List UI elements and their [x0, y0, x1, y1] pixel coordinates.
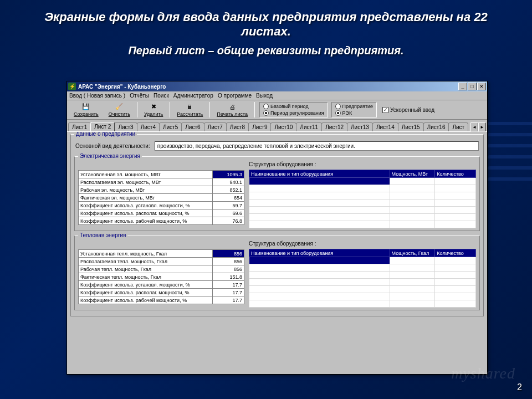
tab-sheet-8[interactable]: Лист8	[226, 122, 249, 131]
menu-search[interactable]: Поиск	[154, 93, 169, 99]
app-icon: ⚡	[68, 83, 76, 90]
param-label: Коэффициент использ. рабочей мощности, %	[79, 296, 213, 304]
save-icon: 💾	[81, 103, 90, 111]
param-label: Коэффициент использ. установл. мощности,…	[79, 281, 213, 289]
print-button[interactable]: 🖨Печать листа	[212, 103, 252, 117]
param-value[interactable]: 59.7	[213, 202, 244, 209]
tab-sheet-5[interactable]: Лист5	[159, 122, 182, 131]
param-row[interactable]: Коэффициент использ. рабочей мощности, %…	[79, 296, 244, 304]
delete-button[interactable]: ✖Удалить	[140, 103, 167, 117]
electric-equip-table[interactable]: Наименование и тип оборудованияМощность,…	[249, 170, 476, 228]
tab-scroll-right[interactable]: ►	[478, 122, 486, 131]
thermal-group: Тепловая энергия Установленная тепл. мощ…	[74, 236, 480, 310]
tab-sheet-4[interactable]: Лист4	[137, 122, 160, 131]
delete-label: Удалить	[144, 111, 163, 117]
slide-title: Экранные формы для ввода данных предприя…	[0, 0, 532, 42]
param-row[interactable]: Коэффициент использ. установл. мощности,…	[79, 281, 244, 289]
menu-admin[interactable]: Администратор	[173, 93, 213, 99]
param-row[interactable]: Рабочая тепл. мощность, Гкал856	[79, 265, 244, 273]
radio-rek[interactable]	[335, 110, 341, 116]
param-row[interactable]: Установленная эл. мощность, МВт1095.3	[79, 171, 244, 178]
window-title: АРАС "Энергия" - Кубаньэнерго	[78, 84, 458, 90]
equip-hdr-qty-t: Количество	[435, 249, 476, 257]
tab-sheet-13[interactable]: Лист13	[347, 122, 373, 131]
radio-reg-period[interactable]	[263, 110, 269, 116]
tab-sheet-7[interactable]: Лист7	[204, 122, 227, 131]
tab-scroll: ◄ ►	[470, 122, 486, 131]
struct-label-e: Структура оборудования :	[249, 160, 476, 170]
checkbox-fast-input[interactable]: ✓	[382, 107, 388, 113]
save-button[interactable]: 💾Сохранить	[69, 103, 103, 117]
param-label: Фактическая тепл. мощность, Гкал	[79, 273, 213, 281]
watermark: myshared	[451, 365, 515, 382]
clear-icon: 🧹	[115, 103, 124, 111]
param-value[interactable]: 856	[213, 265, 244, 273]
struct-label-t: Структура оборудования :	[249, 239, 476, 249]
param-row[interactable]: Рабочая эл. мощность, МВт852.1	[79, 186, 244, 194]
param-value[interactable]: 856	[213, 258, 244, 265]
param-row[interactable]: Располагаемая эл. мощность, МВт940.1	[79, 178, 244, 186]
clear-label: Очистить	[109, 111, 130, 117]
param-value[interactable]: 69.6	[213, 209, 244, 217]
param-value[interactable]: 940.1	[213, 178, 244, 186]
param-row[interactable]: Коэффициент использ. рабочей мощности, %…	[79, 217, 244, 225]
param-row[interactable]: Коэффициент использ. располаг. мощности,…	[79, 209, 244, 217]
param-row[interactable]: Коэффициент использ. установл. мощности,…	[79, 202, 244, 209]
param-value[interactable]: 17.7	[213, 296, 244, 304]
thermal-equip-table[interactable]: Наименование и тип оборудованияМощность,…	[249, 249, 476, 308]
tab-sheet-6[interactable]: Лист6	[181, 122, 204, 131]
radio-base-period[interactable]	[263, 104, 269, 109]
clear-button[interactable]: 🧹Очистить	[104, 103, 135, 117]
tab-sheet-16[interactable]: Лист16	[423, 122, 449, 131]
menu-reports[interactable]: Отчёты	[130, 93, 149, 99]
param-value[interactable]: 151.8	[213, 273, 244, 281]
menu-exit[interactable]: Выход	[256, 93, 273, 99]
param-row[interactable]: Установленная тепл. мощность, Гкал856	[79, 250, 244, 258]
tab-scroll-left[interactable]: ◄	[470, 122, 478, 131]
activity-input[interactable]: производство, передача, распределение те…	[155, 141, 479, 151]
tab-sheet-12[interactable]: Лист12	[321, 122, 347, 131]
param-row[interactable]: Коэффициент использ. располаг. мощности,…	[79, 289, 244, 296]
param-value[interactable]: 654	[213, 194, 244, 202]
tab-sheet-11[interactable]: Лист11	[296, 122, 322, 131]
delete-icon: ✖	[149, 103, 158, 111]
param-value[interactable]: 17.7	[213, 289, 244, 296]
electric-params-table[interactable]: Установленная эл. мощность, МВт1095.3Рас…	[78, 170, 244, 225]
tab-sheet-14[interactable]: Лист14	[372, 122, 398, 131]
org-group: Предприятие РЭК	[331, 102, 377, 117]
param-value[interactable]: 1095.3	[213, 171, 244, 178]
param-label: Рабочая тепл. мощность, Гкал	[79, 265, 213, 273]
param-label: Установленная эл. мощность, МВт	[79, 171, 213, 178]
activity-label: Основной вид деятельности:	[75, 143, 150, 149]
param-label: Коэффициент использ. установл. мощности,…	[79, 202, 213, 209]
menu-about[interactable]: О программе	[218, 93, 252, 99]
calc-button[interactable]: 🖩Рассчитать	[172, 103, 207, 117]
tab-sheet-1[interactable]: Лист1	[68, 122, 91, 131]
radio-enterprise[interactable]	[335, 104, 341, 109]
param-value[interactable]: 852.1	[213, 186, 244, 194]
menu-input[interactable]: Ввод ( Новая запись )	[69, 93, 125, 99]
tab-sheet-15[interactable]: Лист15	[398, 122, 424, 131]
minimize-button[interactable]: _	[458, 83, 467, 90]
electric-group: Электрическая энергия Установленная эл. …	[74, 156, 480, 231]
param-row[interactable]: Фактическая тепл. мощность, Гкал151.8	[79, 273, 244, 281]
param-row[interactable]: Фактическая эл. мощность, МВт654	[79, 194, 244, 202]
close-button[interactable]: ×	[477, 83, 486, 90]
tab-sheet-9[interactable]: Лист9	[248, 122, 271, 131]
param-value[interactable]: 856	[213, 250, 244, 258]
maximize-button[interactable]: □	[468, 83, 477, 90]
tab-sheet-2[interactable]: Лист 2	[90, 122, 115, 131]
param-row[interactable]: Располагаемая тепл. мощность, Гкал856	[79, 258, 244, 265]
param-label: Располагаемая тепл. мощность, Гкал	[79, 258, 213, 265]
slide-number: 2	[517, 382, 522, 392]
tab-sheet-10[interactable]: Лист10	[270, 122, 296, 131]
equip-hdr-power-e: Мощность, МВт	[390, 170, 435, 178]
thermal-params-table[interactable]: Установленная тепл. мощность, Гкал856Рас…	[78, 249, 244, 304]
tab-sheet-3[interactable]: Лист3	[114, 122, 137, 131]
save-label: Сохранить	[74, 111, 99, 117]
label-fast-input: Ускоренный ввод	[390, 107, 434, 113]
tab-sheet-17[interactable]: Лист	[448, 122, 468, 131]
param-value[interactable]: 76.8	[213, 217, 244, 225]
param-label: Фактическая эл. мощность, МВт	[79, 194, 213, 202]
param-value[interactable]: 17.7	[213, 281, 244, 289]
